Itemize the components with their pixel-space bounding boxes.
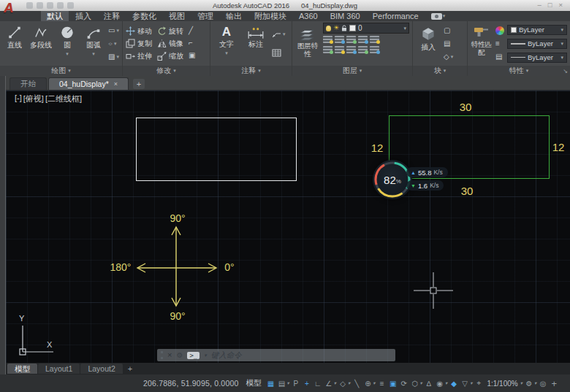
tab-bim360[interactable]: BIM 360 — [324, 11, 366, 21]
tool-copy[interactable]: 复制 — [126, 38, 152, 49]
angle-label-0[interactable]: 0° — [218, 261, 240, 273]
wrench-icon[interactable]: ⚙ — [176, 351, 183, 359]
qat-icon[interactable] — [37, 2, 43, 9]
tab-layout1[interactable]: Layout1 — [38, 364, 80, 374]
hatch-icon[interactable]: ▨ ▾ — [108, 52, 119, 61]
tool-insert-block[interactable]: 插入 — [416, 23, 441, 64]
angle-label-180[interactable]: 180° — [105, 261, 136, 273]
layer-select[interactable]: ☀ 0 ▾ — [323, 23, 409, 34]
panel-label-layers[interactable]: 图层▾ — [292, 66, 412, 76]
panel-launcher-icon[interactable]: ↘ — [563, 68, 568, 74]
layer-tool-icon[interactable] — [358, 46, 368, 53]
autocad-logo-icon[interactable]: A — [4, 1, 14, 15]
layer-tool-icon[interactable] — [346, 46, 356, 53]
new-tab-button[interactable]: + — [133, 79, 145, 89]
performance-recorder-icon[interactable] — [431, 13, 442, 20]
layer-tool-icon[interactable] — [323, 46, 332, 53]
panel-label-annotate[interactable]: 注释▾ — [210, 66, 292, 76]
leader-icon[interactable]: ▾ — [272, 29, 286, 39]
qat-icon[interactable] — [57, 2, 64, 9]
customize-icon[interactable]: + — [549, 377, 559, 390]
tab-output[interactable]: 输出 — [220, 11, 248, 21]
tab-view[interactable]: 视图 — [163, 11, 191, 21]
workspace-switching-icon[interactable]: ⚙ — [524, 377, 534, 390]
new-layout-button[interactable]: + — [123, 364, 137, 373]
drawing-area[interactable]: [-] [俯视] [二维线框] 30 12 12 30 82% ▲ — [6, 91, 570, 363]
lineweight-icon[interactable]: ≡ — [377, 377, 387, 390]
linetype-select[interactable]: ByLayer ▾ — [507, 53, 567, 63]
layer-tool-icon[interactable] — [335, 46, 344, 53]
tab-layout2[interactable]: Layout2 — [80, 364, 122, 374]
dynamic-input-icon[interactable]: + — [302, 377, 312, 390]
tool-stretch[interactable]: 拉伸 — [126, 50, 152, 61]
lineweight-select[interactable]: ByLayer ▾ — [507, 39, 567, 49]
maximize-icon[interactable]: □ — [548, 1, 552, 9]
erase-icon[interactable]: ╱ — [189, 26, 195, 35]
block-attributes-icon[interactable]: ◇ ▾ — [444, 52, 453, 61]
edit-block-icon[interactable]: ▤ — [444, 39, 453, 48]
chevron-down-icon[interactable]: ▾ — [443, 13, 446, 19]
graphics-performance-icon[interactable]: ◆ — [449, 377, 459, 390]
ucs-icon[interactable]: Y X — [16, 314, 63, 359]
command-input[interactable]: 键入命令 — [211, 350, 242, 361]
viewport-control-visual-style[interactable]: [二维线框] — [45, 93, 82, 104]
quick-access-toolbar[interactable] — [26, 2, 74, 9]
3d-object-snap-icon[interactable]: ⬡ — [410, 377, 420, 390]
layer-tool-icon[interactable] — [358, 36, 368, 43]
panel-label-draw[interactable]: 绘图▾ — [0, 66, 122, 76]
dynamic-ucs-icon[interactable]: ∆ — [424, 377, 434, 390]
speed-gauge-widget[interactable]: 82% — [373, 160, 412, 199]
transparency-icon[interactable]: ▣ — [388, 377, 398, 390]
dimension-label-top[interactable]: 30 — [449, 101, 482, 113]
tab-parametric[interactable]: 参数化 — [126, 11, 162, 21]
tab-default[interactable]: 默认 — [41, 11, 69, 21]
panel-label-block[interactable]: 块▾ — [413, 66, 467, 76]
tool-match-properties[interactable]: 特性匹配 — [471, 23, 493, 64]
chevron-down-icon[interactable]: ▾ — [204, 353, 207, 358]
snap-mode-icon[interactable]: ▤ — [277, 377, 287, 390]
tab-insert[interactable]: 插入 — [69, 11, 97, 21]
tool-mirror[interactable]: 镜像 — [157, 38, 183, 49]
tool-scale[interactable]: 缩放 — [157, 50, 183, 61]
minimize-icon[interactable]: – — [537, 1, 541, 9]
white-rectangle[interactable] — [136, 118, 297, 181]
ortho-mode-icon[interactable]: ∟ — [313, 377, 323, 390]
gizmo-icon[interactable]: ⌖ — [474, 377, 484, 390]
panel-label-modify[interactable]: 修改▾ — [123, 66, 210, 76]
qat-icon[interactable] — [67, 2, 74, 9]
lineweight-list-icon[interactable]: ≡ — [495, 39, 504, 48]
close-icon[interactable]: × — [114, 80, 118, 88]
tool-polyline[interactable]: 多段线 — [29, 23, 53, 64]
close-icon[interactable]: × — [558, 1, 563, 9]
grid-icon[interactable]: ▦ — [266, 377, 276, 390]
tab-a360[interactable]: A360 — [293, 11, 324, 21]
tab-performance[interactable]: Performance — [367, 11, 425, 21]
dimension-label-right[interactable]: 12 — [548, 141, 569, 153]
drag-handle[interactable] — [161, 351, 163, 359]
create-block-icon[interactable]: ▢ — [444, 26, 453, 35]
dimension-label-bottom[interactable]: 30 — [451, 185, 483, 197]
osnap-tracking-icon[interactable]: ╲ — [352, 377, 362, 390]
tab-annotate[interactable]: 注释 — [98, 11, 126, 21]
dimension-label-left[interactable]: 12 — [367, 142, 387, 154]
tool-text[interactable]: A 文字 ▾ — [213, 23, 240, 64]
ellipse-icon[interactable]: ○ ▾ — [108, 39, 119, 48]
angle-label-90-top[interactable]: 90° — [163, 212, 192, 224]
command-line[interactable]: × ⚙ >_ ▾ 键入命令 — [157, 349, 395, 361]
tool-circle[interactable]: 圆 ▾ — [56, 23, 79, 64]
tool-move[interactable]: 移动 — [126, 26, 152, 36]
close-icon[interactable]: × — [167, 351, 172, 359]
rectangle-icon[interactable]: ▭ ▾ — [108, 26, 119, 35]
panel-label-properties[interactable]: 特性▾ ↘ — [468, 66, 570, 76]
qat-icon[interactable] — [26, 2, 33, 9]
object-snap-icon[interactable]: ⊕ — [362, 377, 373, 390]
tool-rotate[interactable]: 旋转 — [157, 26, 183, 36]
qat-icon[interactable] — [47, 2, 53, 9]
tool-line[interactable]: 直线 — [3, 23, 26, 64]
polar-tracking-icon[interactable]: ∠ — [324, 377, 334, 390]
object-color-select[interactable]: ByLayer ▾ — [507, 25, 567, 35]
fillet-icon[interactable]: ⌐ — [189, 38, 195, 47]
annotation-scale-button[interactable]: 1:1/100% — [487, 380, 517, 388]
tab-addins[interactable]: 附加模块 — [248, 11, 292, 21]
angle-direction-cross[interactable] — [124, 219, 230, 318]
